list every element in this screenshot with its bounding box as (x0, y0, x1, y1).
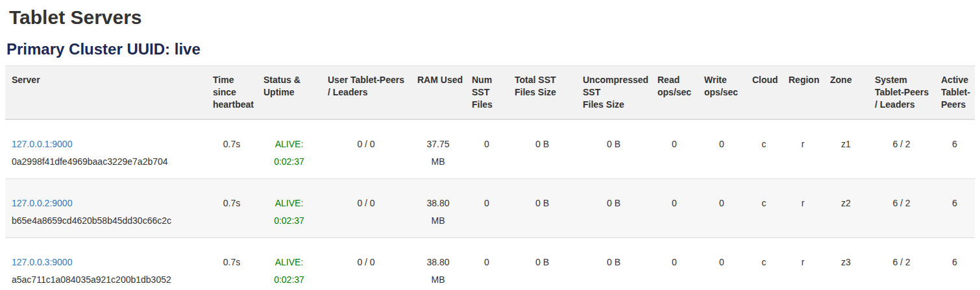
cell-write-ops-sec: 0 (698, 179, 746, 238)
cell-active-tablet-peers: 6 (935, 179, 975, 238)
cell-read-ops-sec: 0 (651, 179, 698, 238)
column-header-server: Server (5, 66, 206, 120)
cell-ram-used: 38.80 MB (411, 238, 465, 290)
cell-cloud: c (746, 238, 782, 290)
page-title: Tablet Servers (9, 6, 975, 29)
tablet-servers-table: ServerTime since heartbeatStatus & Uptim… (5, 66, 975, 290)
cell-server: 127.0.0.3:9000a5ac711c1a084035a921c200b1… (5, 238, 206, 290)
column-header-time-since-heartbeat: Time since heartbeat (206, 66, 257, 120)
column-header-cloud: Cloud (746, 66, 782, 120)
column-header-total-sst-files-size: Total SST Files Size (508, 66, 576, 120)
cell-zone: z1 (824, 119, 868, 179)
server-uuid: a5ac711c1a084035a921c200b1db3052 (12, 271, 198, 289)
column-header-region: Region (782, 66, 824, 120)
cell-read-ops-sec: 0 (651, 119, 698, 179)
column-header-ram-used: RAM Used (411, 66, 465, 120)
cell-total-sst-files-size: 0 B (508, 119, 576, 179)
column-header-active-tablet-peers: Active Tablet-Peers (935, 66, 975, 120)
cell-write-ops-sec: 0 (698, 238, 746, 290)
cell-region: r (782, 179, 824, 238)
cell-zone: z3 (824, 238, 868, 290)
column-header-uncompressed-sst-files-size: Uncompressed SST Files Size (576, 66, 651, 120)
table-row: 127.0.0.1:90000a2998f41dfe4969baac3229e7… (5, 119, 975, 179)
cell-num-sst-files: 0 (465, 119, 508, 179)
server-uuid: 0a2998f41dfe4969baac3229e7a2b704 (12, 153, 198, 171)
cell-total-sst-files-size: 0 B (508, 238, 576, 290)
cell-cloud: c (746, 179, 782, 238)
column-header-num-sst-files: Num SST Files (465, 66, 508, 120)
server-address-link[interactable]: 127.0.0.1:9000 (12, 139, 72, 149)
cell-region: r (782, 119, 824, 179)
cell-ram-used: 38.80 MB (411, 179, 465, 238)
cell-active-tablet-peers: 6 (935, 238, 975, 290)
cell-active-tablet-peers: 6 (935, 119, 975, 179)
cell-uncompressed-sst-files-size: 0 B (576, 119, 651, 179)
cell-user-tablet-peers-leaders: 0 / 0 (321, 238, 411, 290)
cell-region: r (782, 238, 824, 290)
cell-write-ops-sec: 0 (698, 119, 746, 179)
cell-status-uptime: ALIVE: 0:02:37 (257, 238, 321, 290)
cell-time-since-heartbeat: 0.7s (206, 119, 257, 179)
cell-time-since-heartbeat: 0.7s (206, 238, 257, 290)
cell-zone: z2 (824, 179, 868, 238)
server-address-link[interactable]: 127.0.0.2:9000 (12, 198, 72, 208)
cell-system-tablet-peers-leaders: 6 / 2 (868, 238, 935, 290)
cell-user-tablet-peers-leaders: 0 / 0 (321, 179, 411, 238)
cell-server: 127.0.0.2:9000b65e4a8659cd4620b58b45dd30… (5, 179, 206, 238)
cell-user-tablet-peers-leaders: 0 / 0 (321, 119, 411, 179)
table-row: 127.0.0.2:9000b65e4a8659cd4620b58b45dd30… (5, 179, 975, 238)
cell-num-sst-files: 0 (465, 238, 508, 290)
table-row: 127.0.0.3:9000a5ac711c1a084035a921c200b1… (5, 238, 975, 290)
cell-read-ops-sec: 0 (651, 238, 698, 290)
cell-system-tablet-peers-leaders: 6 / 2 (868, 179, 935, 238)
cell-num-sst-files: 0 (465, 179, 508, 238)
server-address-link[interactable]: 127.0.0.3:9000 (12, 257, 72, 267)
cell-ram-used: 37.75 MB (411, 119, 465, 179)
cell-cloud: c (746, 119, 782, 179)
server-uuid: b65e4a8659cd4620b58b45dd30c66c2c (12, 212, 198, 230)
cell-server: 127.0.0.1:90000a2998f41dfe4969baac3229e7… (5, 119, 206, 179)
tablet-servers-page: Tablet Servers Primary Cluster UUID: liv… (0, 0, 980, 290)
cell-system-tablet-peers-leaders: 6 / 2 (868, 119, 935, 179)
cell-status-uptime: ALIVE: 0:02:37 (257, 179, 321, 238)
primary-cluster-uuid-heading: Primary Cluster UUID: live (6, 40, 975, 58)
column-header-zone: Zone (824, 66, 868, 120)
column-header-read-ops-sec: Read ops/sec (651, 66, 698, 120)
table-header-row: ServerTime since heartbeatStatus & Uptim… (5, 66, 975, 120)
cell-status-uptime: ALIVE: 0:02:37 (257, 119, 321, 179)
cell-uncompressed-sst-files-size: 0 B (576, 238, 651, 290)
column-header-write-ops-sec: Write ops/sec (698, 66, 746, 120)
column-header-user-tablet-peers-leaders: User Tablet-Peers / Leaders (321, 66, 411, 120)
cell-uncompressed-sst-files-size: 0 B (576, 179, 651, 238)
cell-total-sst-files-size: 0 B (508, 179, 576, 238)
column-header-status-uptime: Status & Uptime (257, 66, 321, 120)
column-header-system-tablet-peers-leaders: System Tablet-Peers / Leaders (868, 66, 935, 120)
cell-time-since-heartbeat: 0.7s (206, 179, 257, 238)
